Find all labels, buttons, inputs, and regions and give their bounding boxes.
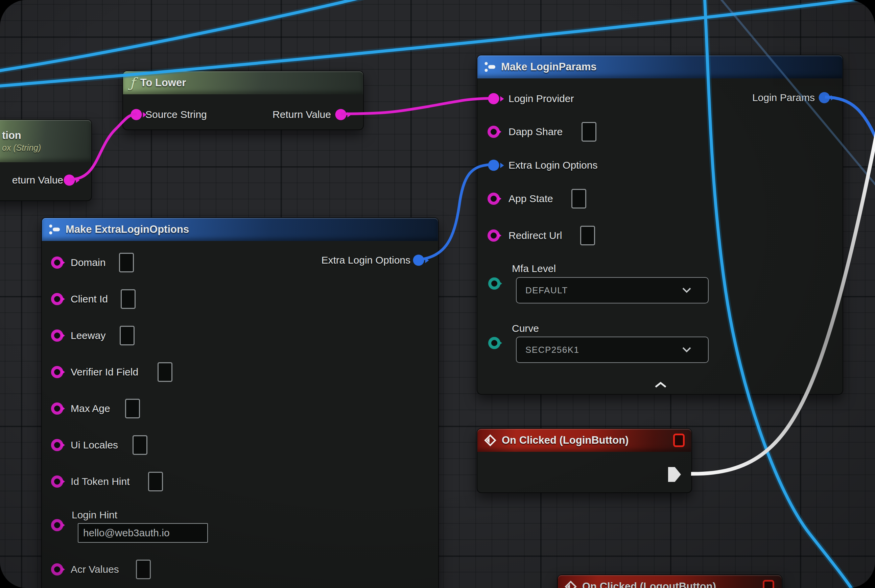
- node-partial-function[interactable]: tion ox (String) eturn Value: [0, 119, 92, 201]
- redirect-url-pin[interactable]: [487, 230, 500, 242]
- node-header[interactable]: On Clicked (LogoutButton): [558, 575, 782, 588]
- pin-label: Curve: [512, 323, 539, 334]
- node-header[interactable]: Make ExtraLoginOptions: [42, 218, 438, 241]
- ui-locales-text-field[interactable]: [132, 435, 147, 455]
- make-struct-icon: [484, 61, 496, 73]
- chevron-down-icon: [682, 347, 691, 352]
- return-value-pin[interactable]: [64, 175, 75, 186]
- source-string-pin[interactable]: [131, 109, 142, 120]
- max-age-pin[interactable]: [51, 402, 63, 415]
- domain-pin[interactable]: [51, 256, 63, 268]
- curve-value: SECP256K1: [525, 345, 579, 355]
- node-title: On Clicked (LogoutButton): [582, 580, 716, 588]
- node-make-login-params[interactable]: Make LoginParams Login Params Login Prov…: [477, 55, 843, 395]
- domain-text-field[interactable]: [119, 253, 134, 272]
- acr-values-pin[interactable]: [51, 563, 63, 576]
- dapp-share-text-field[interactable]: [582, 122, 597, 142]
- event-diamond-icon: [484, 434, 496, 446]
- pin-label: Return Value: [272, 109, 331, 120]
- node-subtitle: ox (String): [2, 143, 41, 153]
- extra-login-options-out-pin[interactable]: [413, 255, 424, 266]
- client-id-text-field[interactable]: [121, 289, 135, 309]
- login-hint-value: hello@web3auth.io: [83, 527, 170, 538]
- acr-values-text-field[interactable]: [136, 560, 151, 579]
- pin-label: Login Hint: [72, 509, 117, 521]
- verifier-id-text-field[interactable]: [158, 362, 173, 382]
- node-to-lower[interactable]: ƒ To Lower Source String Return Value: [122, 70, 364, 130]
- pin-label: Extra Login Options: [508, 159, 597, 171]
- node-header[interactable]: ƒ To Lower: [123, 71, 363, 94]
- mfa-level-value: DEFAULT: [525, 285, 568, 296]
- ui-locales-pin[interactable]: [51, 439, 63, 451]
- pin-label: Acr Values: [71, 564, 119, 575]
- bound-event-icon: [673, 434, 685, 447]
- node-header[interactable]: tion ox (String): [0, 120, 91, 162]
- node-header[interactable]: Make LoginParams: [477, 56, 842, 78]
- pin-label: Verifier Id Field: [71, 366, 138, 378]
- pin-label: Domain: [71, 257, 105, 268]
- verifier-id-field-pin[interactable]: [51, 366, 63, 378]
- leeway-pin[interactable]: [51, 330, 63, 342]
- pin-label: Id Token Hint: [71, 476, 130, 487]
- pin-label: Max Age: [71, 403, 110, 414]
- node-on-clicked-login-button[interactable]: On Clicked (LoginButton): [477, 428, 692, 493]
- dapp-share-pin[interactable]: [487, 126, 500, 138]
- blueprint-canvas[interactable]: tion ox (String) eturn Value ƒ To Lower …: [0, 0, 875, 588]
- chevron-down-icon: [682, 288, 691, 293]
- pin-label: Extra Login Options: [322, 255, 410, 266]
- pin-label: Login Params: [752, 92, 815, 104]
- pin-label: Leeway: [71, 330, 105, 341]
- node-title: On Clicked (LoginButton): [502, 434, 628, 446]
- bound-event-icon: [763, 580, 774, 588]
- id-token-hint-pin[interactable]: [51, 476, 63, 488]
- mfa-level-dropdown[interactable]: DEFAULT: [516, 277, 709, 303]
- login-hint-pin[interactable]: [51, 519, 63, 531]
- make-struct-icon: [49, 224, 60, 235]
- client-id-pin[interactable]: [51, 293, 63, 305]
- mfa-level-pin[interactable]: [488, 278, 501, 290]
- redirect-url-text-field[interactable]: [580, 226, 595, 245]
- pin-label: Dapp Share: [508, 126, 562, 138]
- node-title: tion: [2, 129, 21, 142]
- app-state-text-field[interactable]: [571, 189, 586, 208]
- pin-label: eturn Value: [12, 174, 63, 186]
- node-on-clicked-logout-button[interactable]: On Clicked (LogoutButton): [557, 574, 782, 588]
- function-icon: ƒ: [130, 76, 135, 90]
- max-age-text-field[interactable]: [125, 399, 140, 418]
- login-hint-text-field[interactable]: hello@web3auth.io: [78, 523, 208, 543]
- event-diamond-icon: [565, 580, 577, 588]
- node-header[interactable]: On Clicked (LoginButton): [477, 429, 692, 452]
- pin-label: Ui Locales: [71, 439, 118, 451]
- curve-dropdown[interactable]: SECP256K1: [516, 337, 709, 363]
- node-make-extra-login-options[interactable]: Make ExtraLoginOptions Extra Login Optio…: [41, 217, 439, 588]
- pin-label: Source String: [145, 109, 207, 120]
- exec-output-pin[interactable]: [668, 467, 682, 482]
- return-value-pin[interactable]: [335, 109, 347, 120]
- login-params-out-pin[interactable]: [819, 92, 830, 104]
- node-title: Make LoginParams: [501, 61, 597, 73]
- app-state-pin[interactable]: [487, 193, 500, 205]
- collapse-node-chevron-icon[interactable]: [654, 382, 667, 388]
- curve-pin[interactable]: [488, 337, 501, 349]
- pin-label: Login Provider: [508, 93, 574, 104]
- node-title: Make ExtraLoginOptions: [66, 224, 189, 236]
- id-token-hint-text-field[interactable]: [148, 472, 163, 491]
- login-provider-pin[interactable]: [488, 93, 499, 104]
- leeway-text-field[interactable]: [120, 326, 135, 345]
- pin-label: Mfa Level: [512, 263, 556, 274]
- extra-login-options-in-pin[interactable]: [488, 160, 499, 171]
- pin-label: Redirect Url: [508, 230, 562, 241]
- pin-label: App State: [508, 193, 553, 204]
- pin-label: Client Id: [71, 293, 108, 305]
- node-title: To Lower: [140, 77, 186, 89]
